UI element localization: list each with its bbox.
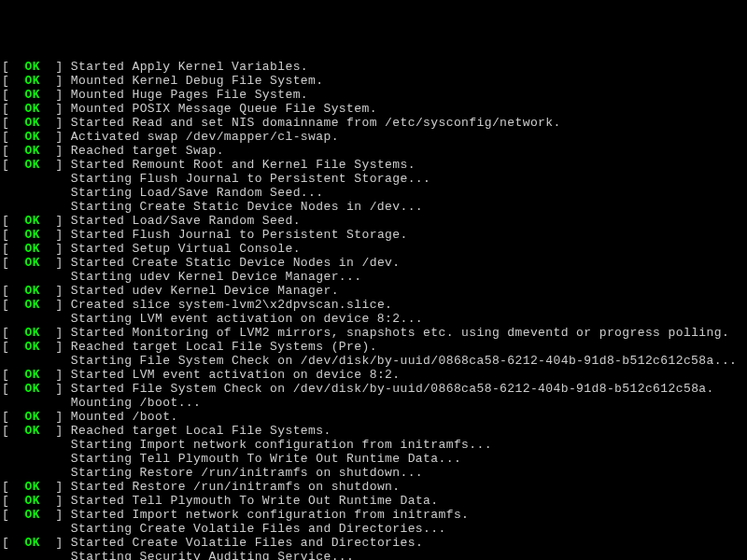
status-bracket-close: ]: [40, 284, 71, 298]
status-ok: OK: [25, 74, 40, 88]
status-empty: [2, 438, 71, 452]
boot-message: Starting Flush Journal to Persistent Sto…: [71, 172, 430, 186]
status-bracket-open: [: [2, 74, 25, 88]
boot-message: Started Monitoring of LVM2 mirrors, snap…: [71, 326, 729, 340]
status-bracket-close: ]: [40, 410, 71, 424]
status-bracket-open: [: [2, 214, 25, 228]
boot-message: Created slice system-lvm2\x2dpvscan.slic…: [71, 298, 392, 312]
status-ok: OK: [25, 214, 40, 228]
status-ok: OK: [25, 326, 40, 340]
boot-message: Reached target Local File Systems (Pre).: [71, 340, 377, 354]
status-bracket-open: [: [2, 284, 25, 298]
status-bracket-close: ]: [40, 536, 71, 550]
status-ok: OK: [25, 102, 40, 116]
status-ok: OK: [25, 536, 40, 550]
status-empty: [2, 312, 71, 326]
boot-message: Starting Import network configuration fr…: [71, 438, 492, 452]
boot-log-line: Starting udev Kernel Device Manager...: [2, 270, 745, 284]
boot-message: Reached target Swap.: [71, 144, 224, 158]
status-bracket-open: [: [2, 60, 25, 74]
status-bracket-open: [: [2, 130, 25, 144]
status-empty: [2, 354, 71, 368]
boot-message: Starting Create Static Device Nodes in /…: [71, 200, 423, 214]
status-bracket-close: ]: [40, 144, 71, 158]
boot-message: Mounted POSIX Message Queue File System.: [71, 102, 377, 116]
status-bracket-close: ]: [40, 494, 71, 508]
status-bracket-open: [: [2, 480, 25, 494]
boot-log-line: [ OK ] Reached target Local File Systems…: [2, 424, 745, 438]
status-empty: [2, 172, 71, 186]
status-bracket-close: ]: [40, 368, 71, 382]
boot-message: Starting Tell Plymouth To Write Out Runt…: [71, 452, 461, 466]
boot-message: Mounting /boot...: [71, 396, 201, 410]
status-bracket-close: ]: [40, 74, 71, 88]
status-ok: OK: [25, 158, 40, 172]
boot-log-line: [ OK ] Started File System Check on /dev…: [2, 382, 745, 396]
status-bracket-close: ]: [40, 326, 71, 340]
status-bracket-close: ]: [40, 158, 71, 172]
boot-log-line: [ OK ] Started Read and set NIS domainna…: [2, 116, 745, 130]
boot-log-line: Starting Flush Journal to Persistent Sto…: [2, 172, 745, 186]
boot-message: Mounted Kernel Debug File System.: [71, 74, 324, 88]
status-bracket-close: ]: [40, 508, 71, 522]
status-empty: [2, 186, 71, 200]
boot-log-line: [ OK ] Started Create Volatile Files and…: [2, 536, 745, 550]
boot-message: Started Apply Kernel Variables.: [71, 60, 308, 74]
status-ok: OK: [25, 228, 40, 242]
status-ok: OK: [25, 60, 40, 74]
boot-log-line: [ OK ] Started Flush Journal to Persiste…: [2, 228, 745, 242]
status-ok: OK: [25, 130, 40, 144]
status-empty: [2, 270, 71, 284]
boot-log-line: Starting Restore /run/initramfs on shutd…: [2, 466, 745, 480]
boot-message: Started Setup Virtual Console.: [71, 242, 301, 256]
status-ok: OK: [25, 368, 40, 382]
status-bracket-close: ]: [40, 424, 71, 438]
status-ok: OK: [25, 116, 40, 130]
status-bracket-open: [: [2, 382, 25, 396]
status-bracket-open: [: [2, 410, 25, 424]
boot-log-line: [ OK ] Started Create Static Device Node…: [2, 256, 745, 270]
status-bracket-open: [: [2, 228, 25, 242]
status-ok: OK: [25, 382, 40, 396]
boot-log-line: Starting Load/Save Random Seed...: [2, 186, 745, 200]
boot-message: Started Read and set NIS domainname from…: [71, 116, 561, 130]
boot-log-line: Starting LVM event activation on device …: [2, 312, 745, 326]
boot-log-line: [ OK ] Started Monitoring of LVM2 mirror…: [2, 326, 745, 340]
status-empty: [2, 550, 71, 560]
status-empty: [2, 452, 71, 466]
status-bracket-close: ]: [40, 116, 71, 130]
boot-log-output: [ OK ] Started Apply Kernel Variables.[ …: [2, 60, 745, 560]
status-bracket-open: [: [2, 326, 25, 340]
boot-log-line: Starting Import network configuration fr…: [2, 438, 745, 452]
status-empty: [2, 466, 71, 480]
status-ok: OK: [25, 340, 40, 354]
status-ok: OK: [25, 424, 40, 438]
status-bracket-close: ]: [40, 298, 71, 312]
boot-log-line: [ OK ] Activated swap /dev/mapper/cl-swa…: [2, 130, 745, 144]
status-bracket-close: ]: [40, 340, 71, 354]
status-ok: OK: [25, 508, 40, 522]
boot-message: Started Flush Journal to Persistent Stor…: [71, 228, 408, 242]
status-bracket-open: [: [2, 88, 25, 102]
boot-log-line: [ OK ] Started Apply Kernel Variables.: [2, 60, 745, 74]
status-empty: [2, 396, 71, 410]
boot-message: Starting Security Auditing Service...: [71, 550, 354, 560]
status-bracket-close: ]: [40, 102, 71, 116]
status-bracket-close: ]: [40, 228, 71, 242]
status-bracket-close: ]: [40, 130, 71, 144]
boot-message: Starting Load/Save Random Seed...: [71, 186, 324, 200]
boot-log-line: [ OK ] Reached target Swap.: [2, 144, 745, 158]
status-bracket-open: [: [2, 368, 25, 382]
boot-message: Mounted /boot.: [71, 410, 178, 424]
boot-log-line: [ OK ] Started Setup Virtual Console.: [2, 242, 745, 256]
boot-message: Activated swap /dev/mapper/cl-swap.: [71, 130, 339, 144]
status-ok: OK: [25, 256, 40, 270]
boot-message: Started File System Check on /dev/disk/b…: [71, 382, 714, 396]
status-bracket-close: ]: [40, 88, 71, 102]
boot-log-line: [ OK ] Created slice system-lvm2\x2dpvsc…: [2, 298, 745, 312]
status-bracket-open: [: [2, 102, 25, 116]
status-ok: OK: [25, 494, 40, 508]
status-bracket-open: [: [2, 424, 25, 438]
boot-message: Started udev Kernel Device Manager.: [71, 284, 339, 298]
boot-message: Mounted Huge Pages File System.: [71, 88, 308, 102]
